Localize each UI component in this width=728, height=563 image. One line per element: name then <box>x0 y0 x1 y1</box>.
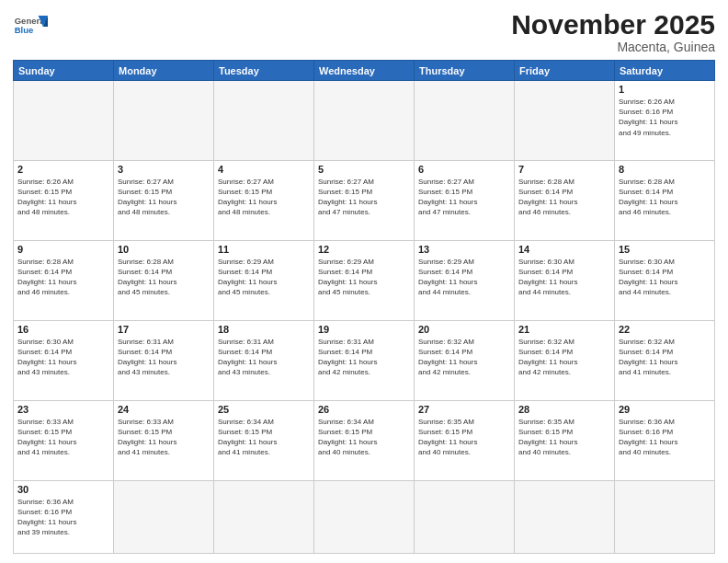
day-number: 4 <box>218 164 310 175</box>
calendar-cell: 7Sunrise: 6:28 AMSunset: 6:14 PMDaylight… <box>515 160 615 240</box>
day-info: Sunrise: 6:26 AMSunset: 6:16 PMDaylight:… <box>619 98 677 137</box>
calendar-cell: 14Sunrise: 6:30 AMSunset: 6:14 PMDayligh… <box>515 240 615 320</box>
calendar-cell: 23Sunrise: 6:33 AMSunset: 6:15 PMDayligh… <box>14 400 114 480</box>
calendar-cell: 17Sunrise: 6:31 AMSunset: 6:14 PMDayligh… <box>114 320 214 400</box>
logo-icon: General Blue <box>13 9 48 44</box>
calendar-cell: 25Sunrise: 6:34 AMSunset: 6:15 PMDayligh… <box>214 400 314 480</box>
calendar-week-row: 9Sunrise: 6:28 AMSunset: 6:14 PMDaylight… <box>14 240 715 320</box>
calendar-cell <box>314 480 415 553</box>
calendar-cell: 18Sunrise: 6:31 AMSunset: 6:14 PMDayligh… <box>214 320 314 400</box>
calendar-cell: 27Sunrise: 6:35 AMSunset: 6:15 PMDayligh… <box>415 400 515 480</box>
calendar-cell: 13Sunrise: 6:29 AMSunset: 6:14 PMDayligh… <box>415 240 515 320</box>
svg-text:Blue: Blue <box>15 25 34 35</box>
day-number: 23 <box>17 404 109 415</box>
calendar-cell: 1Sunrise: 6:26 AMSunset: 6:16 PMDaylight… <box>615 81 715 161</box>
day-number: 6 <box>418 164 510 175</box>
day-info: Sunrise: 6:36 AMSunset: 6:16 PMDaylight:… <box>17 498 76 537</box>
day-info: Sunrise: 6:31 AMSunset: 6:14 PMDaylight:… <box>118 338 176 377</box>
day-info: Sunrise: 6:27 AMSunset: 6:15 PMDaylight:… <box>218 178 277 217</box>
day-info: Sunrise: 6:33 AMSunset: 6:15 PMDaylight:… <box>17 418 76 457</box>
day-number: 19 <box>318 324 410 335</box>
day-info: Sunrise: 6:35 AMSunset: 6:15 PMDaylight:… <box>418 418 477 457</box>
day-info: Sunrise: 6:34 AMSunset: 6:15 PMDaylight:… <box>318 418 377 457</box>
calendar-cell: 29Sunrise: 6:36 AMSunset: 6:16 PMDayligh… <box>615 400 715 480</box>
day-number: 16 <box>17 324 109 335</box>
day-number: 26 <box>318 404 410 415</box>
day-number: 7 <box>518 164 610 175</box>
day-info: Sunrise: 6:35 AMSunset: 6:15 PMDaylight:… <box>518 418 577 457</box>
day-number: 28 <box>518 404 610 415</box>
day-number: 8 <box>619 164 711 175</box>
calendar-cell: 10Sunrise: 6:28 AMSunset: 6:14 PMDayligh… <box>114 240 214 320</box>
day-info: Sunrise: 6:32 AMSunset: 6:14 PMDaylight:… <box>619 338 677 377</box>
day-info: Sunrise: 6:29 AMSunset: 6:14 PMDaylight:… <box>218 258 277 297</box>
day-number: 2 <box>17 164 109 175</box>
calendar-cell <box>515 480 615 553</box>
day-info: Sunrise: 6:27 AMSunset: 6:15 PMDaylight:… <box>118 178 176 217</box>
day-number: 25 <box>218 404 310 415</box>
day-number: 15 <box>619 244 711 255</box>
day-number: 5 <box>318 164 410 175</box>
calendar-week-row: 23Sunrise: 6:33 AMSunset: 6:15 PMDayligh… <box>14 400 715 480</box>
col-thursday: Thursday <box>415 61 515 81</box>
calendar-cell <box>14 81 114 161</box>
day-number: 24 <box>118 404 210 415</box>
day-info: Sunrise: 6:33 AMSunset: 6:15 PMDaylight:… <box>118 418 176 457</box>
page: General Blue November 2025 Macenta, Guin… <box>0 0 728 563</box>
calendar-week-row: 16Sunrise: 6:30 AMSunset: 6:14 PMDayligh… <box>14 320 715 400</box>
calendar-cell: 16Sunrise: 6:30 AMSunset: 6:14 PMDayligh… <box>14 320 114 400</box>
calendar: Sunday Monday Tuesday Wednesday Thursday… <box>13 60 715 554</box>
day-info: Sunrise: 6:34 AMSunset: 6:15 PMDaylight:… <box>218 418 277 457</box>
day-number: 3 <box>118 164 210 175</box>
calendar-cell <box>515 81 615 161</box>
day-info: Sunrise: 6:28 AMSunset: 6:14 PMDaylight:… <box>518 178 577 217</box>
calendar-cell: 9Sunrise: 6:28 AMSunset: 6:14 PMDaylight… <box>14 240 114 320</box>
calendar-cell <box>214 81 314 161</box>
day-info: Sunrise: 6:30 AMSunset: 6:14 PMDaylight:… <box>17 338 76 377</box>
day-number: 12 <box>318 244 410 255</box>
calendar-cell <box>415 480 515 553</box>
calendar-cell: 30Sunrise: 6:36 AMSunset: 6:16 PMDayligh… <box>14 480 114 553</box>
day-number: 30 <box>17 484 109 495</box>
header: General Blue November 2025 Macenta, Guin… <box>13 9 715 54</box>
calendar-cell: 19Sunrise: 6:31 AMSunset: 6:14 PMDayligh… <box>314 320 415 400</box>
calendar-cell: 11Sunrise: 6:29 AMSunset: 6:14 PMDayligh… <box>214 240 314 320</box>
calendar-cell <box>214 480 314 553</box>
calendar-cell: 15Sunrise: 6:30 AMSunset: 6:14 PMDayligh… <box>615 240 715 320</box>
subtitle: Macenta, Guinea <box>511 40 715 54</box>
day-info: Sunrise: 6:31 AMSunset: 6:14 PMDaylight:… <box>218 338 277 377</box>
day-info: Sunrise: 6:30 AMSunset: 6:14 PMDaylight:… <box>518 258 577 297</box>
day-info: Sunrise: 6:28 AMSunset: 6:14 PMDaylight:… <box>118 258 176 297</box>
calendar-cell: 24Sunrise: 6:33 AMSunset: 6:15 PMDayligh… <box>114 400 214 480</box>
day-info: Sunrise: 6:29 AMSunset: 6:14 PMDaylight:… <box>418 258 477 297</box>
calendar-cell: 2Sunrise: 6:26 AMSunset: 6:15 PMDaylight… <box>14 160 114 240</box>
calendar-cell: 4Sunrise: 6:27 AMSunset: 6:15 PMDaylight… <box>214 160 314 240</box>
col-monday: Monday <box>114 61 214 81</box>
day-number: 14 <box>518 244 610 255</box>
col-wednesday: Wednesday <box>314 61 415 81</box>
calendar-week-row: 1Sunrise: 6:26 AMSunset: 6:16 PMDaylight… <box>14 81 715 161</box>
calendar-cell: 28Sunrise: 6:35 AMSunset: 6:15 PMDayligh… <box>515 400 615 480</box>
day-number: 11 <box>218 244 310 255</box>
calendar-cell: 6Sunrise: 6:27 AMSunset: 6:15 PMDaylight… <box>415 160 515 240</box>
logo: General Blue <box>13 9 48 44</box>
calendar-week-row: 2Sunrise: 6:26 AMSunset: 6:15 PMDaylight… <box>14 160 715 240</box>
calendar-cell <box>114 81 214 161</box>
day-number: 9 <box>17 244 109 255</box>
day-info: Sunrise: 6:26 AMSunset: 6:15 PMDaylight:… <box>17 178 76 217</box>
day-info: Sunrise: 6:28 AMSunset: 6:14 PMDaylight:… <box>619 178 677 217</box>
day-info: Sunrise: 6:30 AMSunset: 6:14 PMDaylight:… <box>619 258 677 297</box>
calendar-cell: 22Sunrise: 6:32 AMSunset: 6:14 PMDayligh… <box>615 320 715 400</box>
calendar-cell: 3Sunrise: 6:27 AMSunset: 6:15 PMDaylight… <box>114 160 214 240</box>
day-number: 27 <box>418 404 510 415</box>
calendar-cell: 21Sunrise: 6:32 AMSunset: 6:14 PMDayligh… <box>515 320 615 400</box>
calendar-cell: 8Sunrise: 6:28 AMSunset: 6:14 PMDaylight… <box>615 160 715 240</box>
day-info: Sunrise: 6:31 AMSunset: 6:14 PMDaylight:… <box>318 338 377 377</box>
col-tuesday: Tuesday <box>214 61 314 81</box>
calendar-cell: 12Sunrise: 6:29 AMSunset: 6:14 PMDayligh… <box>314 240 415 320</box>
title-block: November 2025 Macenta, Guinea <box>511 9 715 54</box>
day-info: Sunrise: 6:36 AMSunset: 6:16 PMDaylight:… <box>619 418 677 457</box>
main-title: November 2025 <box>511 9 715 40</box>
col-sunday: Sunday <box>14 61 114 81</box>
day-number: 13 <box>418 244 510 255</box>
